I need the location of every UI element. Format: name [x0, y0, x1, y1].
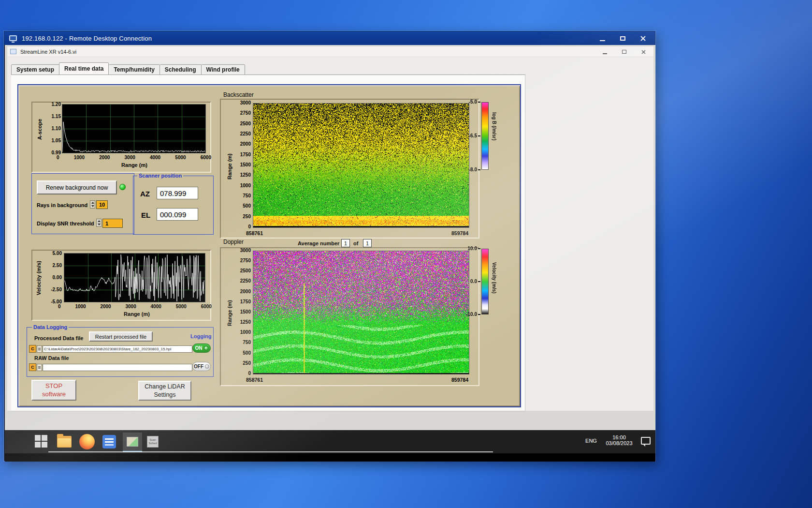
tick-label: 1500 [240, 310, 251, 314]
tab-wind-profile[interactable]: Wind profile [202, 64, 245, 75]
doppler-y-ticks: 3000275025002250200017501500125010007505… [233, 248, 251, 376]
rdp-minimize-button[interactable] [596, 34, 609, 43]
tick-label: 1000 [75, 304, 86, 309]
tick-label: 0 [57, 155, 59, 160]
clock[interactable]: 16:00 03/08/2023 [601, 434, 637, 446]
remote-desktop-icon [9, 35, 17, 41]
average-number-value[interactable]: 1 [341, 239, 350, 247]
tick-label: 250 [243, 361, 251, 366]
rdp-maximize-button[interactable] [616, 34, 629, 43]
snr-spinner[interactable] [96, 219, 102, 227]
backscatter-colorbar [481, 102, 489, 170]
active-window-icon [127, 437, 138, 447]
raw-data-file-label: RAW Data file [34, 355, 69, 361]
tab-system-setup[interactable]: System setup [11, 64, 59, 75]
processed-browse-button[interactable] [37, 345, 42, 353]
tick-label: 2500 [240, 269, 251, 273]
tick-label: 2500 [240, 121, 251, 126]
on-label: ON [195, 345, 203, 351]
tick-label: 10.0 [468, 246, 480, 251]
scan-scheduler-button[interactable]: Scan Sched [147, 436, 159, 448]
language-indicator[interactable]: ENG [583, 438, 599, 444]
backscatter-y-axis-label: Range (m) [227, 147, 232, 186]
app-window-title: StreamLine XR v14-6.vi [20, 49, 76, 55]
app-close-button[interactable] [637, 48, 650, 56]
velocity-y-ticks: 5.002.500.00-2.50-5.00 [43, 251, 62, 304]
close-icon [640, 35, 646, 42]
folder-icon [57, 436, 72, 448]
restore-icon [622, 50, 626, 54]
off-led [205, 364, 209, 369]
data-logging-title: Data Logging [32, 324, 69, 330]
scan-icon-label-2: Sched [148, 442, 157, 445]
remote-bottom-strip [5, 453, 655, 462]
renew-background-button[interactable]: Renew background now [37, 180, 117, 194]
rays-spinner[interactable] [90, 200, 95, 209]
tick-label: 1250 [240, 173, 251, 178]
snr-value-field[interactable]: 1 [102, 219, 123, 228]
data-logging-box: Data Logging Processed Data file Restart… [27, 327, 214, 377]
backscatter-x-end: 859784 [439, 230, 468, 236]
tick-label: 6000 [201, 304, 212, 309]
clock-date: 03/08/2023 [601, 440, 637, 446]
raw-drive-box[interactable]: C [29, 363, 36, 371]
velocity-x-ticks: 0100020003000400050006000 [58, 304, 212, 309]
off-label: OFF [194, 364, 203, 369]
backscatter-x-start: 858761 [246, 230, 263, 236]
tab-temp-humidity[interactable]: Temp/humidity [109, 64, 160, 75]
document-app-icon [102, 435, 116, 448]
start-button[interactable] [35, 435, 47, 448]
tick-label: 5000 [176, 304, 187, 309]
backscatter-colorbar-label: log B (/m/sr) [492, 112, 497, 140]
app-restore-button[interactable] [618, 48, 630, 56]
el-value-field[interactable]: 000.099 [157, 208, 198, 221]
ascope-y-axis-label: A-scope [37, 112, 43, 147]
tick-label: 1000 [240, 330, 251, 335]
raw-browse-button[interactable] [37, 364, 42, 371]
rdp-titlebar[interactable]: 192.168.0.122 - Remote Desktop Connectio… [4, 31, 655, 45]
tab-scheduling[interactable]: Scheduling [160, 64, 202, 75]
stop-software-button[interactable]: STOP software [31, 380, 76, 401]
change-lidar-settings-button[interactable]: Change LiDAR Settings [138, 381, 191, 401]
restart-processed-file-button[interactable]: Restart processed file [89, 331, 153, 342]
tick-label: 2250 [240, 279, 251, 284]
taskbar: Scan Sched ENG 16:00 03/08/2023 [5, 430, 655, 453]
processed-drive-box[interactable]: C [29, 345, 36, 353]
logging-off-toggle[interactable]: OFF [192, 362, 211, 371]
el-label: EL [141, 211, 150, 219]
az-value-field[interactable]: 078.999 [157, 187, 198, 199]
app-titlebar[interactable]: StreamLine XR v14-6.vi [7, 46, 653, 57]
doppler-title: Doppler [223, 239, 244, 245]
tick-label: 2.50 [53, 263, 62, 268]
rays-value-field[interactable]: 10 [96, 200, 108, 209]
tick-label: 1750 [240, 152, 251, 157]
active-window-button[interactable] [123, 433, 142, 451]
az-label: AZ [140, 190, 150, 198]
blue-app-button[interactable] [102, 435, 116, 448]
logging-on-toggle[interactable]: ON [192, 344, 211, 353]
remote-screen: StreamLine XR v14-6.vi System setup Real… [5, 45, 655, 462]
close-icon [641, 49, 646, 55]
rdp-close-button[interactable] [637, 34, 649, 43]
tab-real-time-data[interactable]: Real time data [59, 62, 109, 75]
snr-threshold-label: Display SNR threshold [37, 221, 94, 226]
app-minimize-button[interactable] [598, 48, 611, 56]
processed-path-field[interactable]: C:\LidarA\Data\Proc\2023\202308\20230803… [43, 345, 192, 353]
rdp-window: 192.168.0.122 - Remote Desktop Connectio… [4, 31, 655, 461]
notification-center-icon[interactable] [641, 437, 651, 445]
average-total-value[interactable]: 1 [363, 239, 372, 247]
tick-label: 4000 [151, 304, 161, 309]
backscatter-frame: Range (m) 300027502500225020001750150012… [220, 99, 479, 239]
raw-path-field[interactable] [43, 364, 192, 371]
tick-label: -6.5 [469, 134, 480, 138]
doppler-y-axis-label: Range (m) [227, 294, 232, 332]
velocity-y-axis-label: Velocity (m/s) [36, 257, 42, 299]
taskbar-divider-line [48, 451, 493, 452]
file-explorer-button[interactable] [57, 436, 72, 448]
doppler-colorbar [481, 249, 489, 314]
tick-label: 1.15 [52, 114, 61, 119]
backscatter-title: Backscatter [223, 91, 254, 98]
tick-label: 5.00 [53, 251, 62, 256]
firefox-button[interactable] [79, 434, 95, 449]
desktop: 192.168.0.122 - Remote Desktop Connectio… [0, 0, 812, 508]
